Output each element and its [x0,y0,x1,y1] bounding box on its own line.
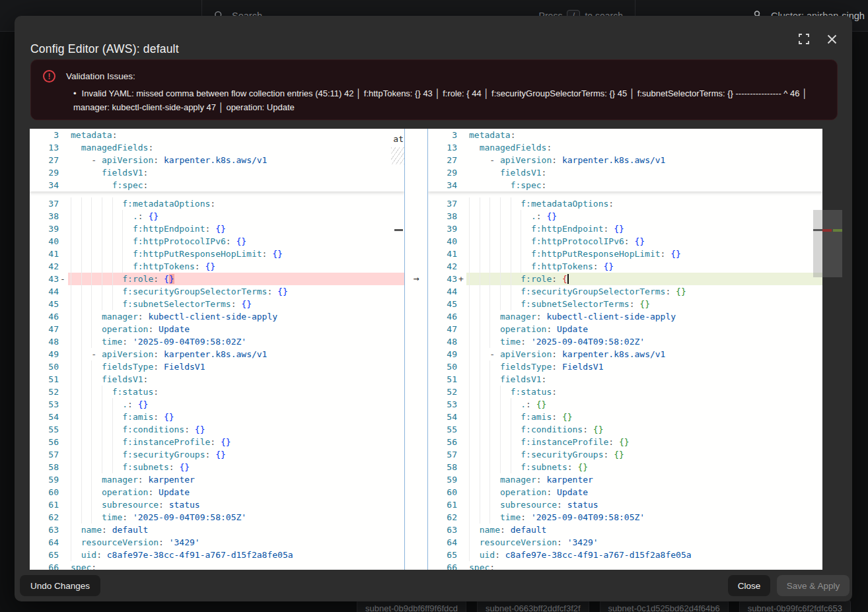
close-icon[interactable] [822,29,842,49]
line-number: 52 [30,386,59,398]
line-number: 65 [428,549,457,561]
diff-sign [59,436,68,448]
line-number: 59 [30,473,59,486]
diff-sign [59,310,68,323]
code-line: 44 f:securityGroupSelectorTerms: {} [30,285,404,298]
save-apply-button[interactable]: Save & Apply [777,575,850,596]
line-number: 47 [30,323,59,335]
code-line: 60 operation: Update [30,486,404,498]
line-number: 37 [30,197,59,210]
diff-sign [457,360,466,373]
line-number: 46 [30,310,59,323]
overview-slider[interactable] [822,210,842,277]
diff-sign [457,461,466,473]
diff-sign [457,310,466,323]
yaml-diff-editor: 3metadata:13 managedFields:27 - apiVersi… [30,129,822,570]
fullscreen-button[interactable] [794,29,814,49]
line-number: 3 [428,129,457,141]
code-line: 48 time: '2025-09-04T09:58:02Z' [30,335,404,348]
code-line: 59 manager: karpenter [30,473,404,486]
line-number: 64 [428,536,457,549]
diff-sign [59,197,68,210]
diff-sign [59,386,68,398]
line-number: 57 [428,448,457,461]
code-line: 38 .: {} [30,210,404,222]
code-line: 54 f:amis: {} [428,411,822,423]
error-circle-icon: ! [43,70,55,83]
bullet-dot: • [73,88,77,98]
diff-sign [457,536,466,549]
diff-sign [59,154,68,166]
diff-sign [457,298,466,310]
line-number: 63 [30,524,59,536]
close-button[interactable]: Close [728,575,770,596]
diff-sign [457,285,466,298]
text-cursor [567,274,569,284]
line-number: 62 [30,511,59,524]
code-line: 50 fieldsType: FieldsV1 [30,360,404,373]
diff-sign [457,248,466,260]
diff-sign [457,411,466,423]
line-number: 34 [428,179,457,191]
code-line: 51 fieldsV1: [428,373,822,386]
line-number: 44 [30,285,59,298]
code-line: 52 f:status: [428,386,822,398]
diff-sign [457,260,466,273]
code-line: 41 f:httpPutResponseHopLimit: {} [30,248,404,260]
line-number: 3 [30,129,59,141]
line-number: 66 [30,561,59,570]
code-line: 34 f:spec: [30,179,404,191]
line-number: 53 [30,398,59,411]
diff-sign [59,235,68,248]
code-line: 3metadata: [30,129,404,141]
line-number: 59 [428,473,457,486]
code-line: 27 - apiVersion: karpenter.k8s.aws/v1 [30,154,404,166]
code-line: 48 time: '2025-09-04T09:58:02Z' [428,335,822,348]
modified-pane[interactable]: 3metadata:13 managedFields:27 - apiVersi… [428,129,822,570]
code-line: 3metadata: [428,129,822,141]
line-number: 55 [30,423,59,436]
code-line: 59 manager: karpenter [428,473,822,486]
code-line: 49 - apiVersion: karpenter.k8s.aws/v1 [30,348,404,360]
validation-banner: ! Validation Issues: •Invalid YAML: miss… [30,59,838,120]
code-line: 66spec: [428,561,822,570]
diff-sign [457,335,466,348]
line-number: 41 [30,248,59,260]
line-number: 27 [30,154,59,166]
line-number: 62 [428,511,457,524]
code-line: 47 operation: Update [30,323,404,335]
line-number: 42 [30,260,59,273]
original-pane[interactable]: 3metadata:13 managedFields:27 - apiVersi… [30,129,404,570]
diff-sign [457,386,466,398]
diff-overview-ruler[interactable] [822,129,842,570]
diff-sign [457,323,466,335]
diff-sign [59,129,68,141]
line-number: 37 [428,197,457,210]
diff-sign [59,323,68,335]
diff-sign [59,166,68,179]
code-line: 61 subresource: status [428,498,822,511]
diff-sign [457,154,466,166]
right-overview-marker [813,229,822,231]
diff-sign [59,222,68,235]
diff-sign: - [59,273,68,285]
code-line: 53 .: {} [428,398,822,411]
overview-deleted-marker [822,229,832,232]
diff-sign [59,248,68,260]
diff-sign [59,210,68,222]
vertical-scrollbar[interactable] [813,210,822,277]
line-number: 27 [428,154,457,166]
line-number: 58 [428,461,457,473]
diff-sign [59,335,68,348]
diff-sign [59,411,68,423]
line-number: 13 [428,141,457,154]
undo-changes-button[interactable]: Undo Changes [20,575,100,596]
diff-sign [59,348,68,360]
line-number: 43 [428,273,457,285]
diff-sign [59,298,68,310]
line-number: 60 [30,486,59,498]
line-number: 56 [30,436,59,448]
diff-sign [457,473,466,486]
code-line: 56 f:instanceProfile: {} [30,436,404,448]
revert-arrow-icon[interactable]: → [405,273,427,285]
